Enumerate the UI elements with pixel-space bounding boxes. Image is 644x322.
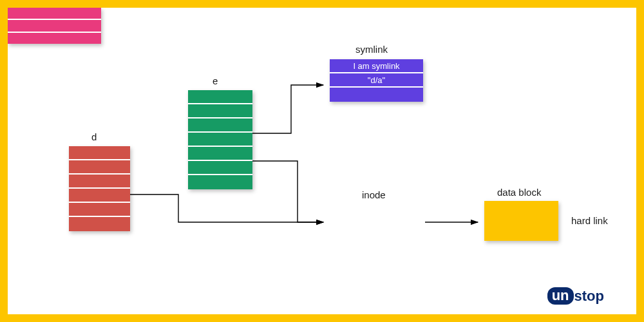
block-inode-label: inode	[362, 189, 386, 200]
logo-prefix: un	[547, 287, 574, 305]
arrow-d-to-inode	[130, 194, 323, 222]
symlink-row-2	[330, 88, 423, 102]
symlink-row-0: I am symlink	[330, 59, 423, 73]
block-datablock	[484, 201, 558, 241]
block-d-label: d	[91, 131, 97, 142]
arrow-e-to-symlink	[252, 85, 323, 133]
block-d	[69, 146, 130, 231]
hardlink-annotation: hard link	[571, 215, 608, 226]
block-datablock-label: data block	[497, 187, 541, 198]
block-inode	[8, 8, 101, 44]
diagram-canvas: d e symlink I am symlink "d/a" inode dat…	[8, 8, 636, 314]
block-e	[188, 90, 252, 189]
block-e-label: e	[213, 75, 218, 86]
logo-suffix: stop	[574, 288, 604, 305]
symlink-row-1: "d/a"	[330, 73, 423, 88]
block-symlink: I am symlink "d/a"	[330, 59, 423, 102]
block-symlink-label: symlink	[355, 44, 388, 55]
brand-logo: unstop	[547, 287, 604, 305]
arrow-e-to-inode	[252, 161, 323, 222]
